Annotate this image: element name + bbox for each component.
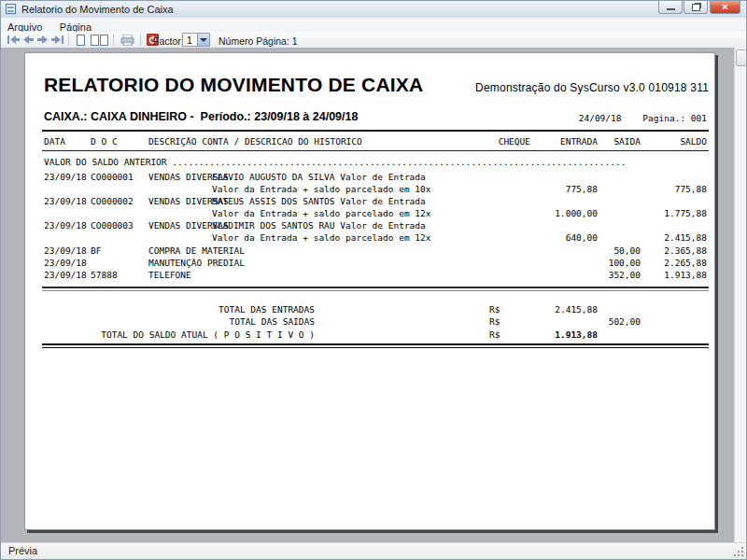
total-saidas-label: TOTAL DAS SAIDAS: [44, 316, 315, 327]
row-date: 23/09/18: [44, 270, 87, 280]
minimize-button[interactable]: [658, 1, 683, 14]
row-conta: MANUTENÇÃO PREDIAL: [148, 258, 245, 268]
next-page-button[interactable]: [36, 34, 49, 46]
total-entradas-value: 2.415,88: [509, 304, 598, 315]
last-page-button[interactable]: [50, 34, 64, 46]
factor-label: Factor:: [153, 35, 184, 47]
single-page-view-button[interactable]: [74, 34, 87, 46]
two-page-view-button[interactable]: [90, 34, 108, 46]
report-date-page: 24/09/18 Pagina.: 001: [579, 113, 707, 123]
divider: [42, 343, 709, 345]
resize-grip-icon[interactable]: [733, 546, 744, 557]
row-conta: TELEFONE: [148, 270, 191, 280]
row-doc: CO000001: [91, 172, 134, 182]
factor-value: 1: [187, 35, 192, 46]
row-date: 23/09/18: [44, 220, 87, 231]
two-page-view-icon: [100, 35, 108, 46]
print-button[interactable]: [119, 34, 135, 46]
row-historico: VLADIMIR DOS SANTOS RAU Valor de Entrada: [212, 220, 426, 231]
row-doc: CO000002: [91, 196, 134, 206]
total-saldo-atual-label: TOTAL DO SALDO ATUAL ( P O S I T I V O ): [44, 329, 315, 340]
row-saldo: 1.775,88: [618, 208, 707, 218]
row-saldo: 1.913,88: [618, 270, 707, 280]
row-historico: Valor da Entrada + saldo parcelado em 12…: [212, 208, 431, 218]
restore-button[interactable]: [684, 1, 708, 14]
row-saldo: 775,88: [618, 184, 707, 194]
col-header-conta-historico: DESCRIÇÃO CONTA / DESCRICAO DO HISTORICO: [148, 136, 362, 147]
restore-icon: [692, 4, 700, 11]
total-saidas-value: 502,00: [552, 316, 641, 327]
first-page-icon: [7, 35, 20, 44]
previous-page-icon: [23, 35, 34, 44]
total-saldo-atual-value: 1.913,88: [509, 329, 598, 340]
col-header-doc: D O C: [91, 136, 118, 147]
toolbar-separator: [113, 34, 114, 46]
toolbar-separator: [68, 34, 69, 46]
app-icon: [6, 4, 16, 14]
divider: [42, 130, 709, 132]
row-entrada: 1.000,00: [509, 208, 598, 218]
vertical-scrollbar[interactable]: [734, 48, 746, 545]
preview-workspace: RELATORIO DO MOVIMENTO DE CAIXA Demonstr…: [1, 48, 746, 545]
previous-page-button[interactable]: [22, 34, 35, 46]
total-entradas-currency: R$: [489, 304, 500, 315]
row-historico: MATEUS ASSIS DOS SANTOS Valor de Entrada: [212, 196, 426, 206]
close-button[interactable]: ×: [710, 1, 740, 14]
row-saldo: 2.265,88: [618, 258, 707, 268]
toolbar-separator: [140, 34, 141, 46]
saldo-anterior-line: VALOR DO SALDO ANTERIOR ................…: [44, 157, 626, 167]
row-date: 23/09/18: [44, 196, 87, 206]
minimize-icon: [667, 8, 675, 10]
total-saidas-currency: R$: [489, 316, 500, 327]
row-doc: BF: [91, 245, 101, 256]
row-historico: Valor da Entrada + saldo parcelado em 12…: [212, 232, 431, 243]
toolbar: Factor: 1 Número Página: 1: [1, 32, 746, 49]
row-entrada: 775,88: [509, 184, 598, 194]
page-number-label: Número Página: 1: [218, 35, 298, 47]
printer-icon: [120, 35, 134, 46]
next-page-icon: [37, 35, 48, 44]
scrollbar-thumb[interactable]: [736, 49, 747, 66]
menu-bar: Arquivo Página: [1, 18, 746, 33]
row-date: 23/09/18: [44, 245, 87, 256]
total-entradas-label: TOTAL DAS ENTRADAS: [44, 304, 315, 315]
window-title: Relatorio do Movimento de Caixa: [21, 4, 174, 15]
app-window: Relatorio do Movimento de Caixa × Arquiv…: [0, 0, 747, 560]
row-date: 23/09/18: [44, 172, 87, 182]
col-header-saldo: SALDO: [618, 136, 707, 147]
row-date: 23/09/18: [44, 258, 87, 268]
total-saldo-atual-currency: R$: [489, 329, 500, 340]
title-bar: Relatorio do Movimento de Caixa ×: [1, 1, 746, 19]
row-conta: COMPRA DE MATERIAL: [148, 245, 245, 256]
report-title: RELATORIO DO MOVIMENTO DE CAIXA: [44, 74, 423, 96]
status-text: Prévia: [8, 545, 37, 556]
row-doc: CO000003: [91, 220, 134, 231]
row-historico: FLAVIO AUGUSTO DA SILVA Valor de Entrada: [212, 172, 426, 182]
divider: [42, 347, 709, 348]
row-doc: 57888: [91, 270, 118, 280]
row-saldo: 2.365,88: [618, 245, 707, 256]
chevron-down-icon[interactable]: [197, 34, 209, 46]
single-page-view-icon: [77, 35, 85, 46]
divider: [42, 150, 709, 151]
status-bar: Prévia: [1, 542, 746, 559]
report-version: Demonstração do SysCurso v3.0 010918 311: [475, 81, 709, 94]
report-caixa-period: CAIXA.: CAIXA DINHEIRO - Período.: 23/09…: [44, 110, 358, 123]
divider: [42, 287, 709, 291]
row-entrada: 640,00: [509, 232, 598, 243]
report-page: RELATORIO DO MOVIMENTO DE CAIXA Demonstr…: [24, 52, 715, 530]
last-page-icon: [51, 35, 63, 44]
col-header-data: DATA: [44, 136, 65, 147]
two-page-view-icon: [91, 35, 99, 46]
row-saldo: 2.415,88: [618, 232, 707, 243]
factor-select[interactable]: 1: [182, 33, 210, 47]
first-page-button[interactable]: [7, 34, 21, 46]
row-historico: Valor da Entrada + saldo parcelado em 10…: [212, 184, 431, 194]
